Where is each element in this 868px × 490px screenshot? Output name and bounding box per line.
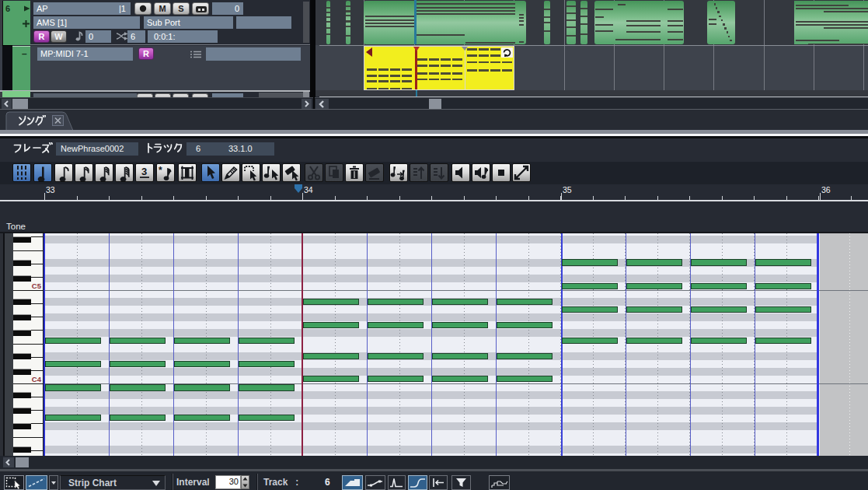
svg-text:3: 3	[141, 166, 147, 177]
svg-text:*: *	[159, 165, 162, 176]
